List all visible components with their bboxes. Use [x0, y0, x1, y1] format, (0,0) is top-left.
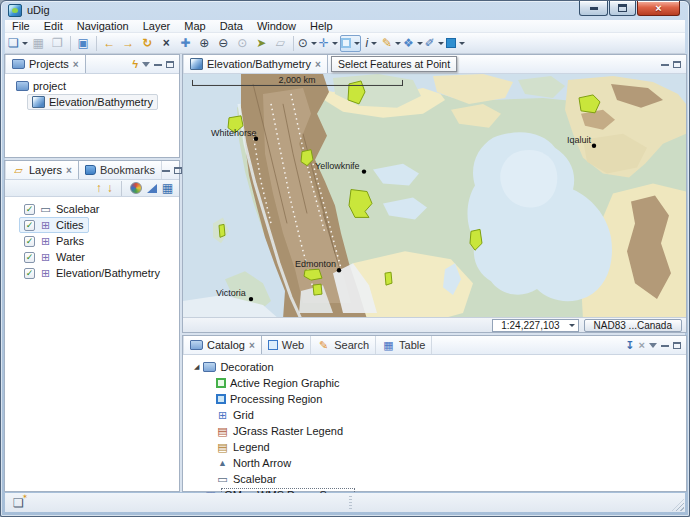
close-window-button[interactable]: × — [637, 1, 680, 16]
zoom-tool-button[interactable]: ⊙ — [298, 35, 317, 52]
tab-table[interactable]: ▦ Table — [376, 336, 432, 354]
dropdown-arrow-icon — [354, 42, 360, 45]
view-menu-icon[interactable] — [142, 62, 150, 67]
close-tab-icon[interactable]: × — [66, 165, 72, 176]
menu-window[interactable]: Window — [250, 20, 303, 33]
link-editor-icon[interactable]: ϟ — [132, 58, 138, 70]
maximize-view-icon[interactable] — [673, 342, 681, 349]
zoom-extent-button[interactable]: ✚ — [177, 35, 194, 52]
select-tool-button[interactable] — [340, 35, 361, 52]
draw-shape-tool-button[interactable] — [446, 35, 465, 52]
zoom-to-layer-button[interactable] — [147, 184, 157, 193]
menu-map[interactable]: Map — [177, 20, 212, 33]
layer-checkbox[interactable]: ✓ — [24, 236, 35, 247]
tree-item-north-arrow[interactable]: ▲ North Arrow — [211, 455, 296, 471]
layer-label: Scalebar — [56, 203, 99, 215]
minimize-view-icon[interactable] — [162, 169, 170, 172]
tab-web[interactable]: Web — [262, 336, 311, 354]
new-map-button[interactable]: ❏ — [8, 35, 28, 52]
menu-layer[interactable]: Layer — [136, 20, 178, 33]
layer-checkbox[interactable]: ✓ — [24, 204, 35, 215]
move-layer-up-button[interactable]: ↑ — [96, 181, 102, 195]
refresh-button[interactable]: ↻ — [139, 35, 156, 52]
tree-item-scalebar[interactable]: ▭ Scalebar — [211, 471, 281, 487]
export-image-button[interactable]: ▣ — [75, 35, 92, 52]
zoom-previous-button[interactable]: ⊙ — [234, 35, 251, 52]
create-geometry-tool-button[interactable]: ❖ — [403, 35, 423, 52]
city-label-edmonton: Edmonton — [295, 259, 336, 269]
remove-icon[interactable]: × — [639, 339, 645, 351]
tree-item-grid[interactable]: ⊞ Grid — [211, 407, 259, 423]
menu-file[interactable]: File — [5, 20, 37, 33]
layer-row-water[interactable]: ✓ ⊞ Water — [19, 249, 90, 265]
tree-expanded-icon[interactable]: ◢ — [194, 363, 199, 371]
tree-item-legend[interactable]: ▤ Legend — [211, 439, 275, 455]
save-all-button[interactable]: ❐ — [49, 35, 66, 52]
minimize-window-button[interactable] — [579, 1, 608, 16]
tree-item-processing-region[interactable]: Processing Region — [211, 391, 327, 407]
pan-tool-button[interactable]: ✛ — [319, 35, 338, 52]
forward-button[interactable]: → — [120, 35, 137, 52]
menu-data[interactable]: Data — [213, 20, 250, 33]
layer-checkbox[interactable]: ✓ — [24, 252, 35, 263]
resize-grip-icon[interactable] — [672, 499, 684, 511]
tree-item-active-region[interactable]: Active Region Graphic — [211, 375, 344, 391]
close-tab-icon[interactable]: × — [249, 340, 255, 351]
catalog-tree: ◢ Decoration Active Region Graphic Proce… — [183, 355, 686, 503]
save-button[interactable]: ▦ — [30, 35, 47, 52]
style-editor-button[interactable] — [130, 182, 142, 194]
layer-row-elevation[interactable]: ✓ ⊞ Elevation/Bathymetry — [19, 265, 165, 281]
layer-checkbox[interactable]: ✓ — [24, 220, 35, 231]
move-layer-down-button[interactable]: ↓ — [107, 181, 113, 195]
layer-row-parks[interactable]: ✓ ⊞ Parks — [19, 233, 89, 249]
search-icon: ✎ — [317, 340, 330, 351]
tree-item-project[interactable]: project — [11, 78, 71, 94]
udig-app-icon — [8, 4, 22, 17]
layer-checkbox[interactable]: ✓ — [24, 268, 35, 279]
maximize-view-icon[interactable] — [673, 61, 681, 68]
tree-item-decoration[interactable]: ◢ Decoration — [189, 359, 279, 375]
close-tab-icon[interactable]: × — [315, 59, 321, 70]
scale-combo[interactable]: 1:24,227,103 — [492, 319, 578, 332]
zoom-out-button[interactable]: ⊖ — [215, 35, 232, 52]
commit-button[interactable]: ➤ — [253, 35, 270, 52]
statusbar-drag-handle[interactable] — [349, 496, 352, 510]
edit-tool-button[interactable]: ✎ — [382, 35, 401, 52]
maximize-window-button[interactable] — [609, 1, 636, 16]
map-canvas[interactable]: 2,000 km Whitehorse Yellowknife Edmonton… — [183, 74, 686, 319]
menu-navigation[interactable]: Navigation — [70, 20, 136, 33]
title-bar[interactable]: uDig × — [1, 1, 689, 20]
crs-button[interactable]: NAD83 ...Canada — [584, 319, 682, 332]
back-button[interactable]: ← — [101, 35, 118, 52]
toolbar-separator — [70, 36, 71, 51]
tab-bookmarks[interactable]: Bookmarks — [79, 161, 162, 179]
minimize-view-icon[interactable] — [661, 63, 669, 66]
maximize-view-icon[interactable] — [174, 167, 182, 174]
edit-table-button[interactable]: ▦ — [162, 181, 173, 195]
minimize-view-icon[interactable] — [661, 344, 669, 347]
sketch-tool-button[interactable]: ✐ — [425, 35, 444, 52]
status-task-icon[interactable]: ❏✶ — [13, 496, 24, 510]
info-tool-button[interactable]: i — [363, 35, 380, 52]
tab-layers[interactable]: ▱ Layers × — [5, 161, 79, 179]
menu-edit[interactable]: Edit — [37, 20, 70, 33]
zoom-in-button[interactable]: ⊕ — [196, 35, 213, 52]
layer-row-cities[interactable]: ✓ ⊞ Cities — [19, 217, 89, 233]
tree-item-map[interactable]: Elevation/Bathymetry — [27, 94, 158, 110]
eraser-button[interactable]: ▱ — [272, 35, 289, 52]
tab-catalog[interactable]: Catalog × — [183, 336, 262, 354]
toolbar-separator — [96, 36, 97, 51]
tab-map-editor[interactable]: Elevation/Bathymetry × — [183, 55, 328, 73]
tab-projects[interactable]: Projects × — [5, 55, 86, 73]
close-tab-icon[interactable]: × — [73, 59, 79, 70]
view-menu-icon[interactable] — [649, 343, 657, 348]
tree-item-jgrass-legend[interactable]: ▤ JGrass Raster Legend — [211, 423, 348, 439]
layer-row-scalebar[interactable]: ✓ ▭ Scalebar — [19, 201, 104, 217]
import-icon[interactable]: ↧ — [625, 339, 634, 352]
tab-search[interactable]: ✎ Search — [311, 336, 376, 354]
stop-button[interactable]: × — [158, 35, 175, 52]
menu-help[interactable]: Help — [303, 20, 340, 33]
minimize-view-icon[interactable] — [154, 63, 162, 66]
city-label-yellowknife: Yellowknife — [315, 161, 360, 171]
maximize-view-icon[interactable] — [166, 61, 174, 68]
